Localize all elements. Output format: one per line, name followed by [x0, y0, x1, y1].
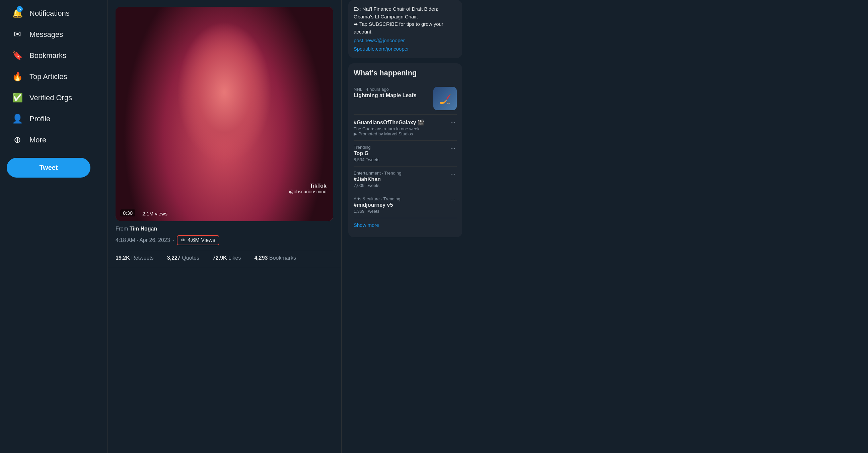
promo-text: Ex: Nat'l Finance Chair of Draft Biden; …	[353, 5, 457, 21]
view-icon: 👁	[181, 238, 186, 243]
quotes-count: 3,227	[167, 255, 181, 261]
tweet-card: TikTok @obscuriousmind 0:30 2.1M views F…	[107, 0, 341, 268]
more-icon: ⊕	[12, 135, 23, 145]
sidebar-item-notifications[interactable]: 🔔 5 Notifications	[7, 3, 100, 23]
tiktok-logo-text: TikTok	[289, 183, 327, 189]
trend-item-top-g[interactable]: Trending Top G 8,534 Tweets ···	[353, 141, 457, 167]
promoted-icon: ▶	[353, 131, 357, 137]
quotes-stat[interactable]: 3,227 Quotes	[167, 255, 199, 261]
video-placeholder: TikTok @obscuriousmind 0:30 2.1M views	[116, 7, 333, 221]
trend-title: Lightning at Maple Leafs	[353, 92, 433, 98]
sidebar-item-label: More	[29, 136, 46, 144]
tweet-meta: 4:18 AM · Apr 26, 2023 · 👁 4.6M Views	[116, 235, 333, 245]
tiktok-handle: @obscuriousmind	[289, 189, 327, 194]
video-container[interactable]: TikTok @obscuriousmind 0:30 2.1M views	[116, 7, 333, 221]
likes-label: Likes	[228, 255, 241, 261]
whats-happening-title: What's happening	[353, 69, 457, 78]
promo-links: post.news/@joncooper Spoutible.com/jonco…	[353, 37, 457, 53]
trend-right: 🏒	[433, 87, 457, 110]
trend-category: NHL · 4 hours ago	[353, 87, 433, 92]
trend-left: Trending Top G 8,534 Tweets	[353, 145, 449, 162]
whats-happening-panel: What's happening NHL · 4 hours ago Light…	[348, 63, 462, 237]
notification-badge: 5	[17, 6, 23, 12]
trend-category: Entertainment · Trending	[353, 171, 449, 176]
trend-item-guardians[interactable]: #GuardiansOfTheGalaxy 🎬 The Guardians re…	[353, 115, 457, 141]
views-count: 4.6M Views	[188, 237, 215, 243]
trend-title: #midjourney v5	[353, 202, 449, 208]
trend-left: Arts & culture · Trending #midjourney v5…	[353, 197, 449, 214]
likes-stat[interactable]: 72.9K Likes	[213, 255, 241, 261]
trend-category: Arts & culture · Trending	[353, 197, 449, 201]
promo-link-2[interactable]: Spoutible.com/joncooper	[353, 45, 457, 53]
trend-more-button[interactable]: ···	[449, 197, 457, 203]
verified-icon: ✅	[12, 92, 23, 103]
trend-item-midjourney[interactable]: Arts & culture · Trending #midjourney v5…	[353, 192, 457, 218]
likes-count: 72.9K	[213, 255, 227, 261]
quotes-label: Quotes	[182, 255, 199, 261]
trend-left: Entertainment · Trending #JiahKhan 7,009…	[353, 171, 449, 188]
retweets-count: 19.2K	[116, 255, 130, 261]
trend-count: 8,534 Tweets	[353, 157, 449, 162]
bookmark-icon: 🔖	[12, 50, 23, 61]
sidebar-item-bookmarks[interactable]: 🔖 Bookmarks	[7, 46, 100, 65]
trend-more-button[interactable]: ···	[449, 145, 457, 152]
person-icon: 👤	[12, 114, 23, 124]
from-line: From Tim Hogan	[116, 226, 333, 232]
retweets-label: Retweets	[131, 255, 154, 261]
promoted-label: ▶ Promoted by Marvel Studios	[353, 131, 449, 137]
retweets-stat[interactable]: 19.2K Retweets	[116, 255, 154, 261]
tweet-author[interactable]: Tim Hogan	[130, 226, 157, 232]
from-label: From	[116, 226, 128, 232]
video-views-overlay: 2.1M views	[142, 211, 167, 216]
sidebar-item-profile[interactable]: 👤 Profile	[7, 109, 100, 129]
tiktok-watermark: TikTok @obscuriousmind	[289, 183, 327, 194]
fire-icon: 🔥	[12, 71, 23, 82]
trend-right: ···	[449, 145, 457, 152]
trend-more-button[interactable]: ···	[449, 119, 457, 126]
trend-title: Top G	[353, 150, 449, 156]
trend-count: 1,369 Tweets	[353, 209, 449, 214]
promo-card: Ex: Nat'l Finance Chair of Draft Biden; …	[348, 0, 462, 58]
trend-right: ···	[449, 119, 457, 126]
trend-category: Trending	[353, 145, 449, 150]
sidebar-item-label: Verified Orgs	[29, 93, 72, 102]
promo-cta: ➡ Tap SUBSCRIBE for tips to grow your ac…	[353, 21, 457, 35]
promo-link-1[interactable]: post.news/@joncooper	[353, 37, 457, 44]
sidebar-item-verified-orgs[interactable]: ✅ Verified Orgs	[7, 88, 100, 108]
sidebar-item-label: Messages	[29, 30, 63, 39]
trend-right: ···	[449, 197, 457, 203]
sidebar-item-label: Bookmarks	[29, 51, 66, 60]
trend-item-nhl[interactable]: NHL · 4 hours ago Lightning at Maple Lea…	[353, 83, 457, 115]
left-sidebar: 🔔 5 Notifications ✉ Messages 🔖 Bookmarks…	[0, 0, 107, 453]
bookmarks-label: Bookmarks	[269, 255, 296, 261]
sidebar-item-label: Notifications	[29, 9, 70, 18]
promoted-text: Promoted by Marvel Studios	[358, 131, 413, 137]
trend-image: 🏒	[433, 87, 457, 110]
tweet-button[interactable]: Tweet	[7, 158, 90, 178]
right-sidebar: Ex: Nat'l Finance Chair of Draft Biden; …	[342, 0, 469, 453]
trend-left: NHL · 4 hours ago Lightning at Maple Lea…	[353, 87, 433, 99]
views-highlighted-box: 👁 4.6M Views	[177, 235, 219, 245]
show-more-link[interactable]: Show more	[353, 218, 457, 232]
sidebar-item-messages[interactable]: ✉ Messages	[7, 25, 100, 44]
bookmarks-count: 4,293	[254, 255, 268, 261]
meta-separator: ·	[173, 237, 174, 243]
trend-count: 7,009 Tweets	[353, 183, 449, 188]
sidebar-item-label: Profile	[29, 115, 50, 123]
main-content: TikTok @obscuriousmind 0:30 2.1M views F…	[107, 0, 342, 453]
mail-icon: ✉	[12, 29, 23, 39]
tweet-timestamp: 4:18 AM · Apr 26, 2023	[116, 237, 170, 243]
bookmarks-stat[interactable]: 4,293 Bookmarks	[254, 255, 296, 261]
trend-subtitle: The Guardians return in one week.	[353, 126, 449, 131]
trend-title: #GuardiansOfTheGalaxy 🎬	[353, 119, 449, 126]
video-duration: 0:30	[120, 209, 135, 216]
trend-more-button[interactable]: ···	[449, 171, 457, 178]
trend-title: #JiahKhan	[353, 176, 449, 182]
trend-item-jiahkhan[interactable]: Entertainment · Trending #JiahKhan 7,009…	[353, 167, 457, 192]
trend-right: ···	[449, 171, 457, 178]
sidebar-item-label: Top Articles	[29, 72, 67, 81]
tweet-stats: 19.2K Retweets 3,227 Quotes 72.9K Likes …	[116, 250, 333, 261]
sidebar-item-more[interactable]: ⊕ More	[7, 130, 100, 150]
trend-left: #GuardiansOfTheGalaxy 🎬 The Guardians re…	[353, 119, 449, 137]
sidebar-item-top-articles[interactable]: 🔥 Top Articles	[7, 67, 100, 86]
